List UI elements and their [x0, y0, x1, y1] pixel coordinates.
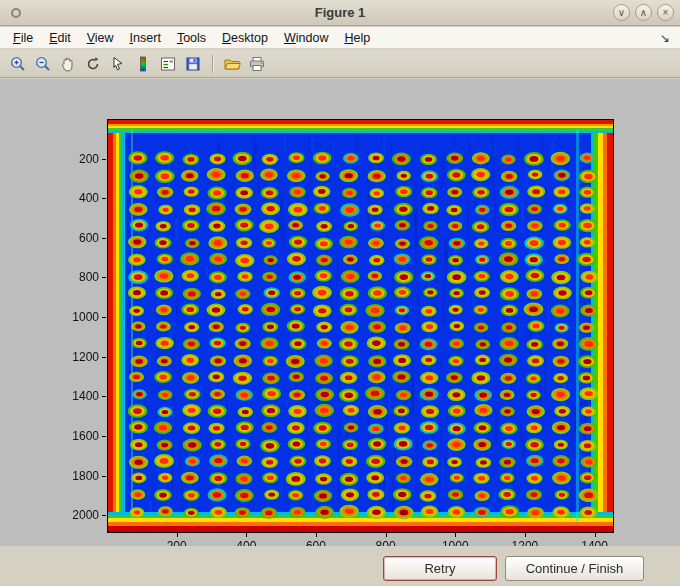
- save-button[interactable]: [181, 52, 205, 76]
- close-button[interactable]: ×: [657, 4, 674, 21]
- menubar: FileEditViewInsertToolsDesktopWindowHelp…: [0, 27, 680, 49]
- legend-icon: [159, 55, 177, 73]
- x-tick-mark: [595, 533, 596, 537]
- window-controls: ∨∧×: [613, 4, 674, 21]
- insert-colorbar-button[interactable]: [131, 52, 155, 76]
- y-tick-label: 1600: [53, 429, 99, 443]
- y-tick-label: 2000: [53, 508, 99, 522]
- y-tick-label: 1000: [53, 310, 99, 324]
- print-button[interactable]: [245, 52, 269, 76]
- y-tick-label: 1800: [53, 469, 99, 483]
- zoom-out-button[interactable]: [31, 52, 55, 76]
- unshade-button[interactable]: ∧: [635, 4, 652, 21]
- menu-help[interactable]: Help: [336, 29, 378, 47]
- y-tick-mark: [102, 159, 106, 160]
- zoom-out-icon: [34, 55, 52, 73]
- y-tick-mark: [102, 317, 106, 318]
- colorbar-icon: [134, 55, 152, 73]
- insert-legend-button[interactable]: [156, 52, 180, 76]
- figure-toolbar: [0, 50, 680, 78]
- x-tick-mark: [386, 533, 387, 537]
- open-file-button[interactable]: [220, 52, 244, 76]
- window-title: Figure 1: [0, 5, 680, 20]
- menubar-items: FileEditViewInsertToolsDesktopWindowHelp: [5, 29, 378, 47]
- y-tick-mark: [102, 396, 106, 397]
- zoom-in-button[interactable]: [6, 52, 30, 76]
- plot-axes[interactable]: [107, 119, 614, 533]
- x-tick-mark: [455, 533, 456, 537]
- menu-tools[interactable]: Tools: [169, 29, 214, 47]
- y-tick-mark: [102, 436, 106, 437]
- y-tick-mark: [102, 198, 106, 199]
- data-cursor-button[interactable]: [106, 52, 130, 76]
- x-tick-mark: [246, 533, 247, 537]
- y-tick-label: 1400: [53, 389, 99, 403]
- menu-view[interactable]: View: [79, 29, 122, 47]
- menu-edit[interactable]: Edit: [41, 29, 79, 47]
- pan-icon: [59, 55, 77, 73]
- toolbar-separator: [212, 55, 214, 73]
- y-tick-mark: [102, 238, 106, 239]
- pan-button[interactable]: [56, 52, 80, 76]
- menu-insert[interactable]: Insert: [122, 29, 169, 47]
- y-tick-mark: [102, 277, 106, 278]
- titlebar[interactable]: Figure 1 ∨∧×: [0, 0, 680, 26]
- print-icon: [248, 55, 266, 73]
- x-tick-mark: [177, 533, 178, 537]
- y-tick-mark: [102, 476, 106, 477]
- button-bar: Retry Continue / Finish: [0, 546, 680, 586]
- zoom-in-icon: [9, 55, 27, 73]
- y-tick-mark: [102, 515, 106, 516]
- y-tick-label: 1200: [53, 350, 99, 364]
- menu-file[interactable]: File: [5, 29, 41, 47]
- x-tick-mark: [316, 533, 317, 537]
- plot-canvas[interactable]: [108, 120, 613, 532]
- retry-button[interactable]: Retry: [383, 556, 497, 581]
- rotate-3d-icon: [84, 55, 102, 73]
- y-tick-label: 800: [53, 270, 99, 284]
- y-tick-label: 600: [53, 231, 99, 245]
- rotate-3d-button[interactable]: [81, 52, 105, 76]
- x-tick-mark: [525, 533, 526, 537]
- y-tick-label: 200: [53, 152, 99, 166]
- menu-desktop[interactable]: Desktop: [214, 29, 276, 47]
- y-tick-label: 400: [53, 191, 99, 205]
- save-icon: [184, 55, 202, 73]
- shade-button[interactable]: ∨: [613, 4, 630, 21]
- menu-window[interactable]: Window: [276, 29, 336, 47]
- figure-canvas-area: 2004006008001000120014001600180020002004…: [0, 79, 680, 546]
- open-folder-icon: [223, 55, 241, 73]
- dock-figure-arrow-icon[interactable]: ↘: [660, 31, 680, 45]
- y-tick-mark: [102, 357, 106, 358]
- data-cursor-icon: [109, 55, 127, 73]
- continue-finish-button[interactable]: Continue / Finish: [505, 556, 644, 581]
